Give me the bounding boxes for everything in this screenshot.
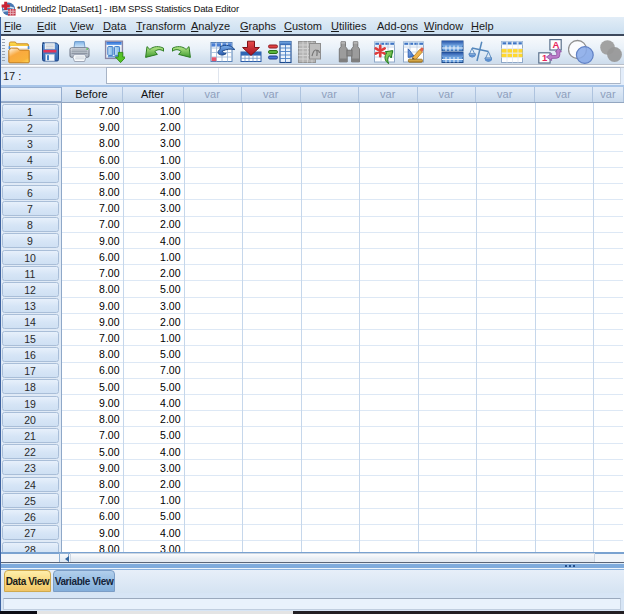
svg-text:1: 1	[542, 52, 548, 63]
